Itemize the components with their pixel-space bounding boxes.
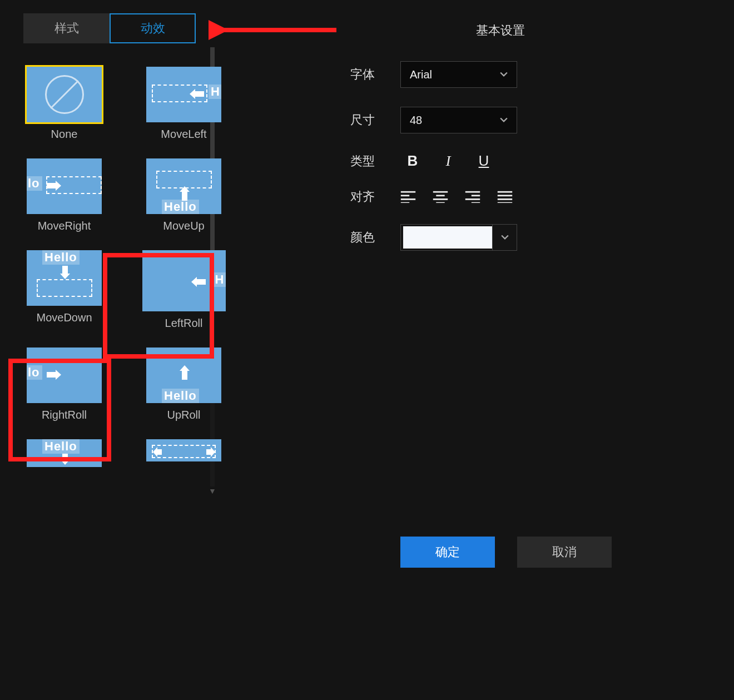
effect-label: LeftRoll	[165, 317, 203, 330]
effect-thumb-moveright[interactable]: lo	[27, 158, 102, 214]
footer-buttons: 确定 取消	[400, 537, 612, 568]
row-size: 尺寸 48	[350, 107, 617, 133]
svg-marker-7	[47, 370, 61, 380]
effect-moveleft[interactable]: H MoveLeft	[130, 67, 238, 141]
effect-thumb-moveleft[interactable]: H	[146, 67, 221, 122]
effect-thumb-partial[interactable]: Hello	[27, 439, 102, 467]
row-type: 类型 B I U	[350, 152, 617, 170]
chevron-down-icon	[500, 71, 508, 78]
color-dropdown-toggle[interactable]	[492, 225, 517, 250]
effect-thumb-partial[interactable]	[146, 439, 221, 461]
effect-label: RightRoll	[42, 409, 87, 421]
arrow-right-icon	[47, 181, 61, 191]
effect-thumb-rightroll[interactable]: lo	[27, 347, 102, 403]
arrow-left-icon	[153, 447, 162, 457]
align-left-button[interactable]	[400, 191, 416, 203]
effect-uproll[interactable]: Hello UpRoll	[130, 347, 238, 421]
underline-button[interactable]: U	[476, 152, 492, 170]
font-dropdown[interactable]: Arial	[400, 61, 517, 88]
font-value: Arial	[410, 68, 432, 81]
effect-partial-left[interactable]: Hello	[10, 439, 118, 467]
svg-marker-2	[190, 89, 204, 99]
color-swatch[interactable]	[403, 226, 492, 249]
align-right-button[interactable]	[465, 191, 480, 203]
effect-label: MoveRight	[38, 220, 91, 232]
ok-button[interactable]: 确定	[400, 537, 495, 568]
row-font: 字体 Arial	[350, 61, 617, 88]
row-align: 对齐	[350, 188, 617, 205]
arrow-left-icon	[191, 277, 206, 287]
effect-partial-right[interactable]	[130, 439, 238, 467]
arrow-right-icon	[47, 370, 61, 380]
effect-none[interactable]: None	[10, 67, 118, 141]
svg-marker-4	[180, 186, 190, 201]
arrow-up-icon	[180, 365, 190, 380]
chevron-down-icon	[500, 116, 508, 124]
annotation-arrow	[209, 18, 342, 48]
svg-marker-6	[191, 277, 206, 287]
tab-effect[interactable]: 动效	[110, 13, 196, 43]
align-justify-button[interactable]	[497, 191, 513, 203]
arrow-up-icon	[180, 186, 190, 201]
arrow-down-icon	[60, 454, 70, 465]
effect-thumb-none[interactable]	[27, 67, 102, 122]
effect-label: MoveLeft	[161, 128, 206, 141]
label-font: 字体	[350, 66, 400, 83]
arrow-down-icon	[60, 266, 70, 279]
effect-label: None	[51, 128, 78, 141]
svg-marker-11	[206, 447, 215, 457]
bold-button[interactable]: B	[405, 152, 420, 170]
effect-thumb-moveup[interactable]: Hello	[146, 158, 221, 214]
effect-label: UpRoll	[167, 409, 200, 421]
effect-thumb-uproll[interactable]: Hello	[146, 347, 221, 403]
effect-leftroll[interactable]: H LeftRoll	[130, 250, 238, 330]
svg-marker-9	[60, 454, 70, 465]
svg-marker-10	[153, 447, 162, 457]
chevron-down-icon	[501, 234, 509, 241]
label-type: 类型	[350, 153, 400, 170]
row-color: 颜色	[350, 224, 617, 251]
size-dropdown[interactable]: 48	[400, 107, 517, 133]
size-value: 48	[410, 114, 422, 127]
italic-button[interactable]: I	[440, 153, 456, 170]
settings-title: 基本设置	[384, 22, 617, 39]
effect-thumb-movedown[interactable]: Hello	[27, 250, 102, 306]
effect-thumb-leftroll[interactable]: H	[142, 250, 226, 311]
align-center-button[interactable]	[433, 191, 448, 203]
label-align: 对齐	[350, 188, 400, 205]
arrow-left-icon	[190, 89, 204, 99]
color-picker[interactable]	[400, 224, 517, 251]
tabs-container: 样式 动效	[23, 13, 196, 43]
svg-marker-8	[180, 365, 190, 380]
none-icon	[45, 75, 84, 114]
tab-style[interactable]: 样式	[23, 13, 110, 43]
effect-label: MoveUp	[163, 220, 204, 232]
effect-rightroll[interactable]: lo RightRoll	[10, 347, 118, 421]
svg-marker-5	[60, 266, 70, 279]
effect-label: MoveDown	[36, 311, 92, 324]
effect-moveright[interactable]: lo MoveRight	[10, 158, 118, 232]
effect-movedown[interactable]: Hello MoveDown	[10, 250, 118, 330]
arrow-right-icon	[206, 447, 215, 457]
settings-panel: 基本设置 字体 Arial 尺寸 48 类型 B I U 对齐 颜色	[350, 22, 617, 270]
label-color: 颜色	[350, 229, 400, 246]
svg-marker-3	[47, 181, 61, 191]
effects-panel: None H MoveLeft lo MoveRight Hello	[10, 67, 238, 500]
effect-moveup[interactable]: Hello MoveUp	[130, 158, 238, 232]
label-size: 尺寸	[350, 112, 400, 128]
cancel-button[interactable]: 取消	[517, 537, 612, 568]
